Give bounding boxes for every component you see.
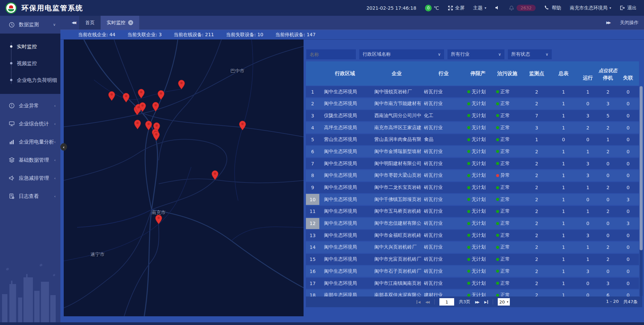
next-page-button[interactable]: ▶▶: [475, 300, 479, 304]
page-number-input[interactable]: [439, 298, 454, 306]
map[interactable]: 巴中市南充市遂宁市: [64, 40, 304, 316]
cell-monitor-points: 2: [523, 290, 550, 296]
close-operations-button[interactable]: 关闭操作: [620, 20, 639, 26]
table-row[interactable]: 8阆中生态环境局阆中市枣碧大梁山页岩砖瓦行业无计划异常21300: [306, 170, 639, 181]
table-row[interactable]: 11阆中生态环境局阆中市五马桥页岩机砖砖瓦行业无计划正常21120: [306, 206, 639, 217]
status-dot-green: [496, 126, 499, 129]
sidebar-group-data-monitor[interactable]: 数据监测 ∨: [0, 16, 60, 34]
cell-stop-plan: 无计划: [465, 110, 491, 121]
tabs-scroll-left-button[interactable]: ◀◀: [68, 16, 79, 30]
cell-run-count: 1: [577, 86, 599, 97]
table-row[interactable]: 16阆中生态环境局阆中市石子页岩机砖厂砖瓦行业无计划正常21300: [306, 266, 639, 277]
status-dot-green: [496, 246, 499, 249]
cell-company: 阆中市五马桥页岩机砖: [371, 206, 423, 217]
cell-industry: 砖瓦行业: [423, 266, 465, 277]
name-filter-field[interactable]: [306, 49, 356, 60]
page-size-select[interactable]: 20 ▾: [498, 298, 509, 306]
sidebar-item-log-view[interactable]: 日志查看 ‹: [0, 187, 60, 205]
cell-monitor-points: 2: [523, 242, 550, 253]
table-row[interactable]: 18南部生态环境局南部县双佳水泥有限公建材行业无计划正常21060: [306, 290, 639, 296]
tab-label: 实时监控: [107, 20, 125, 26]
status-dot-green: [467, 294, 470, 296]
right-panel: 行政区域名称 ∨ 所有行业 ∨ 所有状态 ∨ 行政区域 企业 行业 停限产 治污…: [306, 40, 642, 317]
industry-filter-select[interactable]: 所有行业 ∨: [447, 49, 505, 60]
table-row[interactable]: 9阆中生态环境局阆中市二龙长宝页岩砖砖瓦行业无计划正常21120: [306, 182, 639, 193]
tab-realtime-monitor[interactable]: 实时监控 ×: [101, 16, 139, 30]
sidebar-item-power-load-detail[interactable]: 企业电力负荷明细: [0, 72, 60, 89]
cell-monitor-points: 7: [523, 110, 550, 121]
cell-facility-status: 正常: [491, 206, 523, 217]
table-row[interactable]: 4高坪生态环境局南充市高坪区王家店建砖瓦行业无计划正常31220: [306, 122, 639, 133]
table-row[interactable]: 14阆中生态环境局阆中大兴页岩机砖厂砖瓦行业无计划正常21120: [306, 242, 639, 253]
sidebar-item-enterprise-stats[interactable]: 企业综合统计 ‹: [0, 115, 60, 133]
cell-run-count: 1: [577, 242, 599, 253]
cell-index: 5: [306, 134, 319, 145]
cell-industry: 化工: [423, 110, 465, 121]
name-filter-input[interactable]: [310, 52, 353, 57]
close-icon[interactable]: ×: [128, 20, 133, 25]
table-row[interactable]: 5营山生态环境局营山县润丰肉食品有限食品无计划正常10010: [306, 134, 639, 145]
logout-button[interactable]: 退出: [620, 5, 637, 11]
table-row[interactable]: 17阆中生态环境局阆中市江南镇阆南页岩砖瓦行业无计划正常21030: [306, 278, 639, 289]
sidebar-item-label: 实时监控: [17, 44, 37, 50]
status-dot-green: [467, 222, 470, 225]
status-dot-green: [496, 150, 499, 153]
map-city-label: 巴中市: [230, 68, 245, 74]
cell-lost-count: 0: [617, 206, 639, 217]
cell-industry: 砖瓦行业: [423, 242, 465, 253]
table-row[interactable]: 2阆中生态环境局阆中市南方节能建材有砖瓦行业无计划正常21030: [306, 98, 639, 109]
sidebar-collapse-button[interactable]: ‹: [60, 143, 67, 151]
org-dropdown[interactable]: 南充市生态环境局 ▾: [570, 5, 611, 11]
cell-facility-status: 正常: [491, 110, 523, 121]
sidebar-item-label: 企业异常: [19, 103, 39, 109]
sidebar-item-label: 企业综合统计: [19, 121, 49, 127]
table-row[interactable]: 1阆中生态环境局阆中强锐页岩砖厂砖瓦行业无计划正常21120: [306, 86, 639, 97]
cell-stop-plan: 无计划: [465, 194, 491, 205]
cell-facility-status: 正常: [491, 278, 523, 289]
table-row[interactable]: 15阆中生态环境局阆中市光富页岩机砖厂砖瓦行业无计划正常21120: [306, 254, 639, 265]
prev-page-button[interactable]: ◀◀: [425, 300, 430, 304]
table-row[interactable]: 7阆中生态环境局阆中明阳建材有限公司砖瓦行业无计划正常21300: [306, 158, 639, 169]
cell-stopped-count: 0: [599, 158, 617, 169]
last-page-button[interactable]: ▶: [484, 300, 488, 304]
notifications-button[interactable]: 2632: [509, 5, 536, 11]
cell-index: 17: [306, 278, 319, 289]
sidebar-item-realtime-monitor[interactable]: 实时监控: [0, 38, 60, 55]
cell-run-count: 0: [577, 290, 599, 296]
table-row[interactable]: 13阆中生态环境局阆中市金福旺页岩机砖砖瓦行业无计划正常21300: [306, 230, 639, 241]
sidebar-item-video-monitor[interactable]: 视频监控: [0, 55, 60, 72]
table-row[interactable]: 3仪陇生态环境局西南油气田分公司川中化工无计划正常71350: [306, 110, 639, 121]
fullscreen-button[interactable]: 全屏: [448, 5, 465, 11]
cell-total-meter: 1: [550, 206, 577, 217]
cell-region: 阆中生态环境局: [319, 206, 371, 217]
table-scrollbar-thumb[interactable]: [640, 86, 643, 250]
sidebar-item-power-analysis[interactable]: 企业用电量分析 ‹: [0, 133, 60, 151]
cell-index: 16: [306, 266, 319, 277]
help-button[interactable]: 帮助: [544, 5, 561, 11]
region-filter-select[interactable]: 行政区域名称 ∨: [359, 49, 444, 60]
sidebar-item-emergency-reduction[interactable]: 应急减排管理 ‹: [0, 169, 60, 187]
tabs-scroll-right-button[interactable]: ▶▶: [602, 20, 614, 25]
cell-company: 西南油气田分公司川中: [371, 110, 423, 121]
cell-total-meter: 1: [550, 278, 577, 289]
cell-stopped-count: 2: [599, 254, 617, 265]
tab-home[interactable]: 首页: [79, 16, 101, 30]
cell-company: 阆中市金福旺页岩机砖: [371, 230, 423, 241]
status-dot-green: [467, 246, 470, 249]
table-row[interactable]: 12阆中生态环境局阆中市忠信建材有限公砖瓦行业无计划正常21003: [306, 218, 639, 229]
first-page-button[interactable]: ◀: [417, 300, 421, 304]
sound-button[interactable]: [495, 5, 500, 11]
cell-lost-count: 0: [617, 266, 639, 277]
table-row[interactable]: 6阆中生态环境局阆中市金博瑞新型墙材砖瓦行业无计划正常21120: [306, 146, 639, 157]
sidebar-item-base-data[interactable]: 基础数据管理 ‹: [0, 151, 60, 169]
status-filter-select[interactable]: 所有状态 ∨: [507, 49, 552, 60]
cell-stopped-count: 0: [599, 218, 617, 229]
status-dot-green: [496, 186, 499, 189]
col-header-company: 企业: [371, 61, 423, 86]
cell-company: 南部县双佳水泥有限公: [371, 290, 423, 296]
sidebar-item-enterprise-abnormal[interactable]: 企业异常 ‹: [0, 97, 60, 115]
table-row[interactable]: 10阆中生态环境局阆中千佛镇五郎垭页岩砖瓦行业无计划正常21003: [306, 194, 639, 205]
pager-range-info: 1 - 20 共47条: [606, 299, 638, 305]
cell-total-meter: 1: [550, 158, 577, 169]
theme-dropdown[interactable]: 主题 ▾: [473, 5, 486, 11]
